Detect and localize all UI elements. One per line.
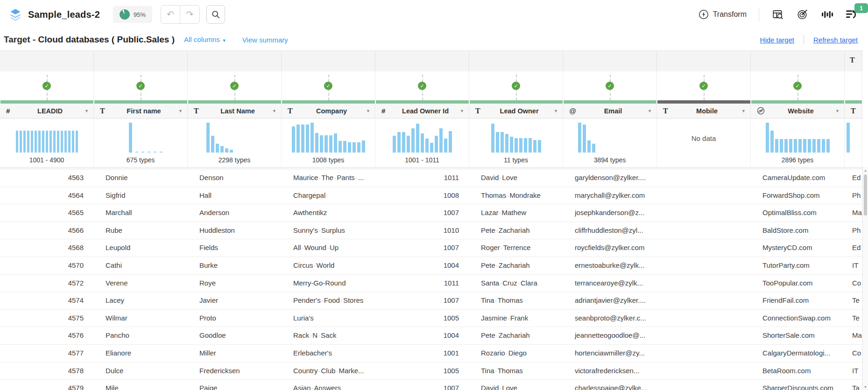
mapped-check-icon[interactable]: ✓ [793,82,802,90]
histogram-bar[interactable] [230,150,233,153]
redo-button[interactable]: ↷ [180,6,199,23]
cell-company[interactable]: Erlebacher's [282,345,375,362]
histogram-bar[interactable] [510,137,513,153]
undo-button[interactable]: ↶ [161,6,180,23]
cell-first-name[interactable]: Rube [94,222,188,239]
histogram[interactable] [563,121,656,153]
mapped-check-icon[interactable]: ✓ [606,82,614,90]
cell-website[interactable]: ConnectionSwap.com [751,310,845,327]
histogram-bar[interactable] [35,131,37,153]
histogram-bar[interactable] [343,141,346,153]
cell-lead-owner[interactable]: Lazar·Mathew [469,204,563,222]
cell-website[interactable]: ShorterSale.com [751,327,845,344]
histogram-bar[interactable] [529,138,532,153]
column-menu-caret-icon[interactable]: ▼ [835,109,840,113]
cell-leadid[interactable]: 4579 [0,380,94,390]
cell-last-name[interactable]: Paige [188,380,282,390]
mapped-check-icon[interactable]: ✓ [418,82,426,90]
cell-extra[interactable]: Co [845,275,862,292]
cell-company[interactable]: Rack·N·Sack [282,327,375,344]
cell-lead-owner-id[interactable]: 1005 [375,362,469,380]
histogram-bar[interactable] [329,135,332,153]
cell-lead-owner[interactable]: Thomas·Mondrake [469,187,563,204]
histogram-bar[interactable] [524,138,527,153]
cell-last-name[interactable]: Miller [188,345,282,362]
cell-lead-owner[interactable]: Roger·Terrence [469,239,563,257]
hide-target-link[interactable]: Hide target [760,36,794,44]
scroll-down-arrow[interactable]: ▼ [863,383,868,390]
histogram[interactable] [375,121,469,153]
histogram-bar[interactable] [784,139,788,153]
histogram-bar[interactable] [501,132,504,153]
column-menu-caret-icon[interactable]: ▼ [741,109,746,113]
cell-leadid[interactable]: 4565 [0,204,94,222]
column-header-company[interactable]: TCompany▼ [282,104,375,118]
mapped-check-icon[interactable]: ✓ [512,82,520,90]
cell-company[interactable]: Maurice·The·Pants·... [282,169,375,187]
cell-lead-owner[interactable]: Jasmine·Frank [469,310,563,327]
column-header-lead-owner-id[interactable]: #Lead Owner Id▼ [375,104,469,118]
histogram-bar[interactable] [220,146,224,153]
cell-website[interactable]: BaldStore.com [751,222,845,239]
cell-lead-owner-id[interactable]: 1007 [375,239,469,257]
cell-leadid[interactable]: 4570 [0,257,94,274]
histogram-bar[interactable] [505,134,508,153]
histogram-bar[interactable] [211,136,214,153]
histogram-bar[interactable] [334,133,337,153]
cell-lead-owner[interactable]: David·Love [469,169,563,187]
cell-email[interactable]: charlesspaige@zylke... [563,380,657,390]
histogram-bar[interactable] [812,139,816,153]
histogram[interactable] [845,121,862,153]
histogram-bar[interactable] [519,138,522,153]
cell-first-name[interactable]: Wilmar [94,310,188,327]
cell-lead-owner-id[interactable]: 1004 [375,257,469,274]
histogram[interactable] [0,121,93,153]
column-stats-button[interactable] [821,8,833,21]
histogram-bar[interactable] [362,140,365,153]
cell-last-name[interactable]: Goodloe [188,327,282,344]
applied-steps-button[interactable]: 1 [846,8,858,21]
cell-extra[interactable]: Ed [845,239,862,257]
cell-lead-owner-id[interactable]: 1008 [375,187,469,204]
histogram-bar[interactable] [538,140,541,153]
cell-email[interactable]: roycfields@zylker.com [563,239,657,257]
cell-lead-owner[interactable]: Pete·Zachariah [469,222,563,239]
histogram-bar[interactable] [587,140,591,153]
cell-extra[interactable]: Te [845,310,862,327]
cell-lead-owner[interactable]: Rozario·Diego [469,345,563,362]
histogram-bar[interactable] [325,135,328,153]
cell-email[interactable]: josephkanderson@z... [563,204,657,222]
cell-email[interactable]: marychall@zylker.com [563,187,657,204]
histogram-bar[interactable] [533,140,536,153]
cell-website[interactable]: ForwardShop.com [751,187,845,204]
cell-last-name[interactable]: Roye [188,275,282,292]
histogram-bar[interactable] [216,144,219,153]
histogram-bar[interactable] [407,136,410,153]
histogram-bar[interactable] [311,123,314,153]
cell-lead-owner[interactable]: Pete·Zachariah [469,327,563,344]
cell-extra[interactable]: Ma [845,204,862,222]
cell-company[interactable]: All·Wound·Up [282,239,375,257]
cell-lead-owner-id[interactable]: 1010 [375,222,469,239]
cell-lead-owner-id[interactable]: 1007 [375,292,469,309]
histogram-bar[interactable] [847,123,850,153]
cell-mobile[interactable] [657,169,751,187]
cell-lead-owner-id[interactable]: 1007 [375,380,469,390]
cell-last-name[interactable]: Hall [188,187,282,204]
cell-first-name[interactable]: Verene [94,275,188,292]
column-header-lead-owner[interactable]: TLead Owner▼ [469,104,563,118]
cell-first-name[interactable]: Leupold [94,239,188,257]
cell-last-name[interactable]: Fields [188,239,282,257]
cell-website[interactable]: TutorParty.com [751,257,845,274]
cell-last-name[interactable]: Javier [188,292,282,309]
column-menu-caret-icon[interactable]: ▼ [648,109,652,113]
cell-mobile[interactable] [657,292,751,309]
cell-company[interactable]: Awthentikz [282,204,375,222]
cell-mobile[interactable] [657,310,751,327]
cell-lead-owner-id[interactable]: 1005 [375,310,469,327]
histogram-bar[interactable] [808,139,811,153]
cell-extra[interactable]: IT [845,362,862,380]
histogram-bar[interactable] [353,142,356,153]
chevron-down-icon[interactable]: ▼ [222,38,226,43]
histogram-bar[interactable] [72,131,74,153]
